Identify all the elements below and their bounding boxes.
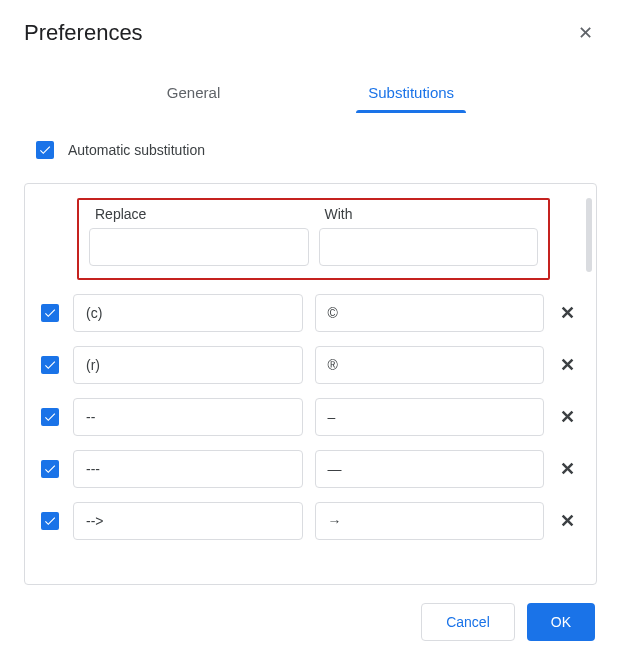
preferences-dialog: Preferences ✕ General Substitutions Auto… [0,0,621,661]
check-icon [43,306,57,320]
delete-icon: ✕ [560,406,575,428]
automatic-substitution-label: Automatic substitution [68,142,205,158]
delete-row-button[interactable]: ✕ [556,354,578,376]
with-field[interactable]: © [315,294,545,332]
with-field[interactable]: → [315,502,545,540]
dialog-footer: Cancel OK [24,603,597,661]
row-enable-checkbox[interactable] [41,356,59,374]
delete-row-button[interactable]: ✕ [556,458,578,480]
replace-field[interactable]: --- [73,450,303,488]
delete-row-button[interactable]: ✕ [556,302,578,324]
delete-icon: ✕ [560,302,575,324]
dialog-header: Preferences ✕ [24,20,597,46]
cancel-button[interactable]: Cancel [421,603,515,641]
close-icon: ✕ [578,23,593,43]
check-icon [43,410,57,424]
check-icon [43,514,57,528]
delete-icon: ✕ [560,510,575,532]
row-enable-checkbox[interactable] [41,512,59,530]
replace-field[interactable]: (c) [73,294,303,332]
replace-field[interactable]: -- [73,398,303,436]
automatic-substitution-checkbox[interactable] [36,141,54,159]
with-field[interactable]: – [315,398,545,436]
substitution-row: (c)©✕ [41,294,578,332]
delete-icon: ✕ [560,354,575,376]
check-icon [43,462,57,476]
automatic-substitution-row: Automatic substitution [24,141,597,159]
substitutions-table: Replace With (c)©✕(r)®✕--–✕---—✕-->→✕ [24,183,597,585]
dialog-title: Preferences [24,20,143,46]
new-entry-highlight: Replace With [77,198,550,280]
row-enable-checkbox[interactable] [41,408,59,426]
new-replace-input[interactable] [89,228,309,266]
replace-field[interactable]: (r) [73,346,303,384]
with-column-header: With [319,206,539,224]
check-icon [43,358,57,372]
substitution-row: --–✕ [41,398,578,436]
tab-general[interactable]: General [163,76,224,111]
with-field[interactable]: — [315,450,545,488]
replace-field[interactable]: --> [73,502,303,540]
substitution-row: -->→✕ [41,502,578,540]
delete-row-button[interactable]: ✕ [556,406,578,428]
row-enable-checkbox[interactable] [41,304,59,322]
delete-icon: ✕ [560,458,575,480]
tabs: General Substitutions [24,76,597,111]
with-field[interactable]: ® [315,346,545,384]
new-with-input[interactable] [319,228,539,266]
replace-column-header: Replace [89,206,309,224]
scrollbar[interactable] [586,198,592,272]
substitution-row: (r)®✕ [41,346,578,384]
row-enable-checkbox[interactable] [41,460,59,478]
delete-row-button[interactable]: ✕ [556,510,578,532]
tab-substitutions[interactable]: Substitutions [364,76,458,111]
ok-button[interactable]: OK [527,603,595,641]
substitution-row: ---—✕ [41,450,578,488]
close-button[interactable]: ✕ [574,20,597,46]
check-icon [38,143,52,157]
